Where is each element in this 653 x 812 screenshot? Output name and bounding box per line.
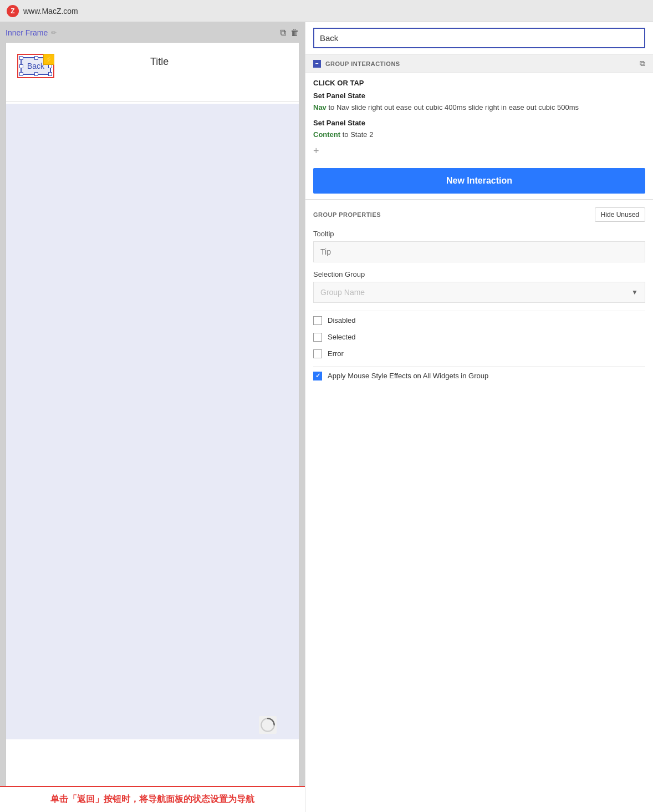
anchor-bm (34, 72, 38, 76)
action-label-1: Set Panel State (313, 92, 645, 100)
mouse-style-label: Apply Mouse Style Effects on All Widgets… (328, 371, 488, 381)
spinner-container (259, 716, 277, 734)
error-label: Error (328, 349, 344, 359)
checkbox-row-disabled: Disabled (313, 316, 645, 326)
action-green-2: Content (313, 130, 340, 139)
spinner-icon (260, 717, 276, 733)
add-action-button[interactable]: + (313, 145, 645, 157)
action-green-1: Nav (313, 103, 326, 111)
dropdown-arrow-icon: ▼ (631, 288, 638, 296)
interactions-section: − GROUP INTERACTIONS ⧉ CLICK OR TAP Set … (305, 54, 653, 200)
action-description-2: Content to State 2 (313, 129, 645, 140)
loading-spinner (259, 716, 277, 734)
action-label-2: Set Panel State (313, 119, 645, 127)
separator (6, 101, 299, 101)
divider-1 (313, 311, 645, 311)
canvas-panel: Inner Frame ✏ ⧉ 🗑 (0, 22, 305, 812)
properties-header: GROUP PROPERTIES Hide Unused (313, 207, 645, 222)
selected-checkbox[interactable] (313, 333, 322, 342)
duplicate-icon[interactable]: ⧉ (280, 28, 286, 38)
canvas-toolbar: Inner Frame ✏ ⧉ 🗑 (6, 28, 299, 38)
new-interaction-button[interactable]: New Interaction (313, 168, 645, 194)
checkbox-row-selected: Selected (313, 332, 645, 342)
tooltip-label: Tooltip (313, 230, 645, 238)
annotation-bar: 单击「返回」按钮时，将导航面板的状态设置为导航 (0, 786, 305, 812)
error-checkbox[interactable] (313, 349, 322, 358)
edit-icon[interactable]: ✏ (51, 29, 57, 37)
hide-unused-button[interactable]: Hide Unused (595, 207, 645, 222)
search-bar (305, 22, 653, 54)
checkbox-row-error: Error (313, 349, 645, 359)
trigger-label: CLICK OR TAP (313, 79, 645, 87)
anchor-tl (19, 56, 23, 60)
app-logo: Z (7, 5, 19, 17)
widget-inner: Back ⚡ (21, 57, 51, 75)
frame-label: Inner Frame (6, 28, 48, 37)
anchor-br (48, 72, 52, 76)
canvas-frame: Back ⚡ Title (6, 42, 299, 806)
action-description-1: Nav to Nav slide right out ease out cubi… (313, 102, 645, 113)
dropdown-placeholder: Group Name (320, 288, 365, 297)
annotation-text: 单击「返回」按钮时，将导航面板的状态设置为导航 (9, 794, 296, 805)
back-button-label: Back (27, 62, 44, 70)
tooltip-input[interactable] (313, 241, 645, 262)
action-item-2: Set Panel State Content to State 2 (313, 119, 645, 140)
properties-section: GROUP PROPERTIES Hide Unused Tooltip Sel… (305, 200, 653, 812)
right-panel: − GROUP INTERACTIONS ⧉ CLICK OR TAP Set … (305, 22, 653, 812)
divider-2 (313, 366, 645, 367)
properties-title: GROUP PROPERTIES (313, 211, 381, 218)
canvas-title: Title (150, 56, 169, 68)
top-bar: Z www.MacZ.com (0, 0, 653, 22)
collapse-icon[interactable]: − (313, 60, 321, 68)
selection-group-label: Selection Group (313, 270, 645, 278)
lightning-icon: ⚡ (43, 54, 54, 65)
selection-group-dropdown[interactable]: Group Name ▼ (313, 282, 645, 303)
disabled-checkbox[interactable] (313, 316, 322, 325)
selected-label: Selected (328, 332, 356, 342)
interaction-block: CLICK OR TAP Set Panel State Nav to Nav … (305, 73, 653, 163)
external-link-icon[interactable]: ⧉ (640, 59, 645, 68)
anchor-ml (19, 64, 23, 68)
widget-container[interactable]: Back ⚡ (17, 54, 54, 78)
mouse-style-checkbox[interactable] (313, 372, 322, 380)
interactions-title: GROUP INTERACTIONS (325, 60, 400, 67)
anchor-bl (19, 72, 23, 76)
search-input[interactable] (313, 28, 645, 48)
checkbox-row-mouse-style: Apply Mouse Style Effects on All Widgets… (313, 371, 645, 381)
url-label: www.MacZ.com (23, 7, 78, 16)
anchor-tm (34, 56, 38, 60)
disabled-label: Disabled (328, 316, 356, 326)
action-item-1: Set Panel State Nav to Nav slide right o… (313, 92, 645, 113)
main-layout: Inner Frame ✏ ⧉ 🗑 (0, 22, 653, 812)
delete-icon[interactable]: 🗑 (290, 28, 299, 38)
canvas-content-area (6, 104, 299, 739)
interactions-header: − GROUP INTERACTIONS ⧉ (305, 54, 653, 73)
anchor-mr (48, 64, 52, 68)
